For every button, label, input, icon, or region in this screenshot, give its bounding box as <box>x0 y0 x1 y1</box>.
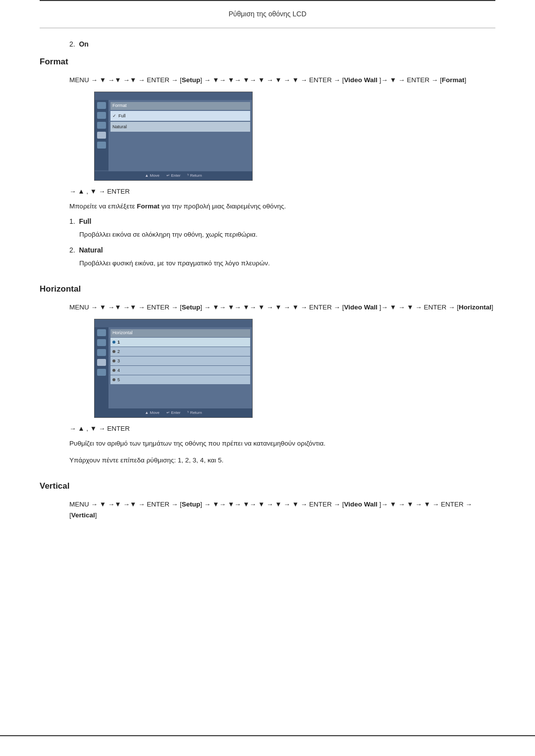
h-sidebar-icon-5 <box>97 369 106 376</box>
top-border <box>40 0 495 1</box>
header-title: Ρύθμιση της οθόνης LCD <box>40 5 495 28</box>
format-title: Format <box>40 57 495 67</box>
h-sidebar-icon-4-active <box>97 359 106 366</box>
horizontal-screenshot-title: Horizontal <box>110 329 250 337</box>
bottom-border <box>0 735 535 736</box>
vertical-title: Vertical <box>40 481 495 491</box>
format-sidebar <box>95 100 108 170</box>
h-row-1: 1 <box>110 338 250 347</box>
sidebar-icon-5 <box>97 142 106 149</box>
step-on: 2. On <box>69 40 495 48</box>
format-content: Format ✓ Full Natural <box>108 100 252 171</box>
horizontal-screenshot: Horizontal 1 2 3 4 5 <box>94 319 253 418</box>
format-screenshot-title: Format <box>110 102 250 110</box>
horizontal-bottom-bar: ▲ Move ↵ Enter ⁵ Return <box>95 408 252 417</box>
sidebar-icon-4-active <box>97 132 106 139</box>
h-sidebar-icon-3 <box>97 349 106 356</box>
format-item-2-desc: Προβάλλει φυσική εικόνα, με τον πραγματι… <box>79 258 495 269</box>
format-item-1-desc: Προβάλλει εικόνα σε ολόκληρη την οθόνη, … <box>79 229 495 240</box>
h-row-3: 3 <box>110 356 250 365</box>
sidebar-icon-3 <box>97 122 106 129</box>
horizontal-desc1: Ρυθμίζει τον αριθμό των τμημάτων της οθό… <box>69 438 495 449</box>
format-item-2: 2. Natural <box>69 246 495 254</box>
horizontal-screenshot-container: Horizontal 1 2 3 4 5 <box>69 319 277 418</box>
format-bottom-bar: ▲ Move ↵ Enter ⁵ Return <box>95 171 252 180</box>
h-row-4: 4 <box>110 366 250 375</box>
horizontal-arrow: → ▲ , ▼ → ENTER <box>69 425 495 432</box>
format-row-full: ✓ Full <box>110 111 250 121</box>
horizontal-section: Horizontal MENU → ▼ →▼ →▼ → ENTER → [Set… <box>40 284 495 465</box>
horizontal-desc2: Υπάρχουν πέντε επίπεδα ρύθμισης: 1, 2, 3… <box>69 455 495 466</box>
vertical-nav-path: MENU → ▼ →▼ →▼ → ENTER → [Setup] → ▼→ ▼→… <box>69 499 495 520</box>
sidebar-icon-2 <box>97 112 106 119</box>
h-row-5: 5 <box>110 375 250 384</box>
h-row-2: 2 <box>110 347 250 356</box>
h-sidebar-icon-1 <box>97 329 106 336</box>
h-sidebar-icon-2 <box>97 339 106 346</box>
format-nav-path: MENU → ▼ →▼ →▼ → ENTER → [Setup] → ▼→ ▼→… <box>69 75 495 86</box>
sidebar-icon-1 <box>97 102 106 109</box>
horizontal-title: Horizontal <box>40 284 495 294</box>
format-screenshot: Format ✓ Full Natural ▲ Move ↵ Enter ⁵ R… <box>94 92 253 181</box>
format-description: Μπορείτε να επιλέξετε Format για την προ… <box>69 201 495 212</box>
horizontal-nav-path: MENU → ▼ →▼ →▼ → ENTER → [Setup] → ▼→ ▼→… <box>69 302 495 313</box>
vertical-section: Vertical MENU → ▼ →▼ →▼ → ENTER → [Setup… <box>40 481 495 520</box>
format-item-1: 1. Full <box>69 217 495 225</box>
format-screenshot-container: Format ✓ Full Natural ▲ Move ↵ Enter ⁵ R… <box>69 92 277 181</box>
horizontal-content: Horizontal 1 2 3 4 5 <box>108 327 252 408</box>
format-row-natural: Natural <box>110 122 250 132</box>
horizontal-sidebar <box>95 327 108 408</box>
format-arrow: → ▲ , ▼ → ENTER <box>69 188 495 195</box>
format-section: Format MENU → ▼ →▼ →▼ → ENTER → [Setup] … <box>40 57 495 268</box>
